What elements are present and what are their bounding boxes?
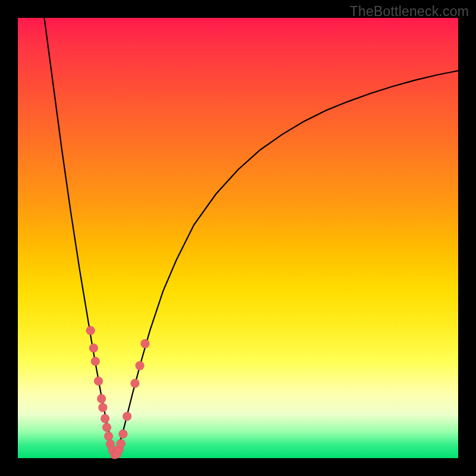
scatter-dot xyxy=(123,412,131,421)
scatter-dot xyxy=(89,344,98,353)
scatter-dot xyxy=(86,326,95,335)
curve-left-branch xyxy=(44,18,114,456)
scatter-dot xyxy=(94,377,103,386)
scatter-dot xyxy=(97,394,106,403)
scatter-dot xyxy=(91,357,100,366)
scatter-dots xyxy=(86,326,150,459)
curve-right-branch xyxy=(115,71,458,456)
scatter-dot xyxy=(102,423,111,432)
scatter-dot xyxy=(118,430,127,439)
scatter-dot xyxy=(130,379,139,388)
scatter-dot xyxy=(140,339,149,348)
scatter-dot xyxy=(101,414,109,423)
scatter-dot xyxy=(135,361,144,370)
scatter-dot xyxy=(98,403,107,412)
watermark-text: TheBottleneck.com xyxy=(350,4,469,20)
scatter-dot xyxy=(104,432,113,441)
chart-svg xyxy=(18,18,458,458)
scatter-dot xyxy=(117,439,126,448)
